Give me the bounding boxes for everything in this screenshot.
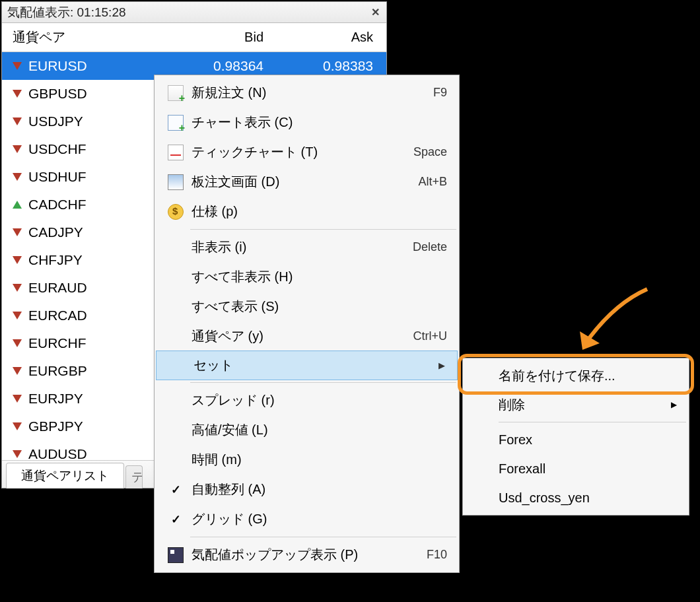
submenu-item[interactable]: Forex xyxy=(463,425,689,454)
submenu-arrow-icon: ▶ xyxy=(438,360,445,370)
arrow-down-icon xyxy=(11,393,23,405)
col-header-bid[interactable]: Bid xyxy=(164,30,263,45)
arrow-down-icon xyxy=(11,282,23,294)
menu-item-label: グリッド (G) xyxy=(192,510,447,528)
menu-item[interactable]: ティックチャート (T)Space xyxy=(155,137,459,167)
menu-item-shortcut: F10 xyxy=(427,548,447,562)
menu-item[interactable]: グリッド (G) xyxy=(155,504,459,534)
menu-item-shortcut: Ctrl+U xyxy=(413,329,447,343)
submenu-item-label: Forex xyxy=(499,432,677,448)
menu-item-shortcut: Delete xyxy=(413,240,447,254)
menu-item[interactable]: 自動整列 (A) xyxy=(155,475,459,504)
menu-item[interactable]: 通貨ペア (y)Ctrl+U xyxy=(155,321,459,351)
menu-item[interactable]: すべて非表示 (H) xyxy=(155,262,459,292)
submenu-item-label: 名前を付けて保存... xyxy=(499,367,677,385)
bid-value: 0.98364 xyxy=(164,58,263,74)
arrow-down-icon xyxy=(11,365,23,377)
menu-item-label: ティックチャート (T) xyxy=(192,143,413,161)
menu-item[interactable]: 気配値ポップアップ表示 (P)F10 xyxy=(155,540,459,570)
arrow-down-icon xyxy=(11,448,23,460)
set-submenu: 名前を付けて保存...削除▶ForexForexallUsd_cross_yen xyxy=(462,358,689,516)
submenu-arrow-icon: ▶ xyxy=(671,400,677,409)
arrow-up-icon xyxy=(11,199,23,211)
menu-item[interactable]: スプレッド (r) xyxy=(155,385,459,415)
menu-separator xyxy=(190,229,456,230)
context-menu: 新規注文 (N)F9チャート表示 (C)ティックチャート (T)Space板注文… xyxy=(154,75,460,573)
menu-item-shortcut: F9 xyxy=(433,86,447,100)
arrow-down-icon xyxy=(11,88,23,100)
close-icon[interactable]: ✕ xyxy=(368,5,382,20)
menu-item-shortcut: Alt+B xyxy=(418,175,447,189)
arrow-down-icon xyxy=(11,60,23,72)
menu-item-label: 高値/安値 (L) xyxy=(192,421,447,439)
menu-item-label: 通貨ペア (y) xyxy=(192,327,413,345)
col-header-ask[interactable]: Ask xyxy=(263,30,376,45)
submenu-item[interactable]: Usd_cross_yen xyxy=(463,483,689,512)
menu-item[interactable]: セット▶ xyxy=(156,351,458,380)
market-watch-titlebar: 気配値表示: 01:15:28 ✕ xyxy=(2,2,386,23)
menu-item-label: 新規注文 (N) xyxy=(192,84,433,102)
menu-separator xyxy=(499,422,686,422)
menu-item[interactable]: 高値/安値 (L) xyxy=(155,415,459,445)
arrow-down-icon xyxy=(11,143,23,155)
dom-icon xyxy=(160,174,192,190)
tab-other[interactable]: テ xyxy=(125,465,143,488)
menu-item-label: すべて非表示 (H) xyxy=(192,268,447,286)
popup-icon xyxy=(160,547,192,563)
submenu-item-label: Forexall xyxy=(499,461,677,477)
menu-item[interactable]: 新規注文 (N)F9 xyxy=(155,78,459,108)
menu-item-label: 板注文画面 (D) xyxy=(192,173,418,191)
menu-separator xyxy=(190,382,456,383)
tab-symbol-list[interactable]: 通貨ペアリスト xyxy=(6,463,124,488)
menu-item[interactable]: 板注文画面 (D)Alt+B xyxy=(155,167,459,197)
col-header-symbol[interactable]: 通貨ペア xyxy=(13,28,164,46)
arrow-down-icon xyxy=(11,254,23,266)
menu-item-label: 気配値ポップアップ表示 (P) xyxy=(192,546,427,564)
submenu-item[interactable]: 削除▶ xyxy=(463,390,689,419)
check-icon xyxy=(160,512,192,527)
tick-icon xyxy=(160,145,192,160)
menu-item-label: すべて表示 (S) xyxy=(192,298,447,316)
market-watch-title: 気配値表示: 01:15:28 xyxy=(7,4,126,21)
arrow-down-icon xyxy=(11,116,23,127)
menu-item-label: セット xyxy=(193,356,432,374)
market-watch-header: 通貨ペア Bid Ask xyxy=(2,23,386,52)
menu-item-label: 非表示 (i) xyxy=(192,238,413,256)
menu-item-shortcut: Space xyxy=(413,145,447,159)
arrow-down-icon xyxy=(11,226,23,238)
check-icon xyxy=(160,483,192,497)
menu-item[interactable]: 非表示 (i)Delete xyxy=(155,232,459,262)
arrow-down-icon xyxy=(11,310,23,321)
submenu-item[interactable]: Forexall xyxy=(463,454,689,483)
arrow-down-icon xyxy=(11,420,23,432)
chart-icon xyxy=(160,115,192,131)
menu-item-label: チャート表示 (C) xyxy=(192,114,447,131)
menu-item[interactable]: 時間 (m) xyxy=(155,445,459,475)
menu-item-label: 時間 (m) xyxy=(192,451,447,469)
menu-item[interactable]: すべて表示 (S) xyxy=(155,292,459,321)
menu-item-label: 仕様 (p) xyxy=(192,203,447,220)
menu-item[interactable]: チャート表示 (C) xyxy=(155,108,459,137)
submenu-item[interactable]: 名前を付けて保存... xyxy=(463,361,689,390)
symbol-name: EURUSD xyxy=(28,58,164,74)
arrow-down-icon xyxy=(11,337,23,349)
spec-icon xyxy=(160,204,192,220)
order-icon xyxy=(160,85,192,101)
menu-item[interactable]: 仕様 (p) xyxy=(155,197,459,226)
menu-separator xyxy=(190,537,456,537)
submenu-item-label: Usd_cross_yen xyxy=(499,490,677,506)
menu-item-label: スプレッド (r) xyxy=(192,391,447,409)
submenu-item-label: 削除 xyxy=(499,396,671,414)
ask-value: 0.98383 xyxy=(263,58,376,74)
arrow-down-icon xyxy=(11,171,23,183)
menu-item-label: 自動整列 (A) xyxy=(192,481,447,498)
arrow-annotation-icon xyxy=(568,284,654,356)
